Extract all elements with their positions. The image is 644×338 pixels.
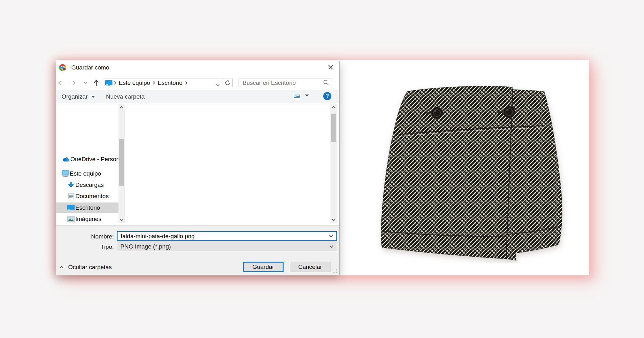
- scroll-down-button[interactable]: [330, 217, 337, 223]
- sidebar-item-imagenes[interactable]: Imágenes: [56, 214, 118, 224]
- scroll-up-button[interactable]: [330, 104, 337, 110]
- view-mode-dropdown-button[interactable]: [305, 95, 309, 97]
- chevron-down-icon: [84, 82, 88, 84]
- resize-grip[interactable]: [333, 269, 337, 273]
- filename-value: falda-mini-pata-de-gallo.png: [121, 233, 195, 240]
- hide-folders-button[interactable]: Ocultar carpetas: [59, 264, 112, 271]
- sidebar-item-label: Imágenes: [75, 216, 101, 223]
- save-button[interactable]: Guardar: [243, 262, 284, 272]
- file-list-scrollbar[interactable]: [330, 104, 337, 223]
- sidebar-item-label: Descargas: [75, 182, 104, 188]
- dialog-toolbar: Organizar Nueva carpeta ?: [56, 90, 339, 103]
- help-icon: ?: [326, 93, 329, 99]
- forward-button[interactable]: [68, 79, 76, 87]
- sidebar-item-onedrive[interactable]: OneDrive - Personal: [56, 154, 118, 164]
- close-button[interactable]: [324, 62, 337, 72]
- skirt-illustration: [369, 81, 575, 263]
- onedrive-cloud-icon: [62, 157, 70, 162]
- hide-folders-label: Ocultar carpetas: [68, 264, 112, 271]
- breadcrumb-separator-icon: [114, 81, 116, 85]
- downloads-arrow-icon: [67, 182, 75, 188]
- search-placeholder: Buscar en Escritorio: [243, 79, 323, 86]
- scroll-up-button[interactable]: [118, 104, 125, 110]
- organize-label: Organizar: [62, 93, 88, 100]
- scrollbar-thumb[interactable]: [119, 139, 124, 186]
- profile-avatar-icon: [63, 67, 66, 71]
- filename-input[interactable]: falda-mini-pata-de-gallo.png: [117, 231, 337, 241]
- view-mode-button[interactable]: [293, 93, 301, 99]
- back-button[interactable]: [58, 79, 65, 87]
- pictures-icon: [67, 216, 75, 222]
- dialog-titlebar[interactable]: Guardar como: [56, 61, 339, 77]
- sidebar-item-label: Escritorio: [75, 204, 100, 211]
- up-directory-button[interactable]: [92, 79, 100, 87]
- name-field-label: Nombre:: [79, 233, 114, 240]
- product-image-skirt: [369, 81, 575, 263]
- sidebar-item-este-equipo[interactable]: Este equipo: [56, 168, 118, 179]
- recent-locations-button[interactable]: [83, 79, 88, 87]
- breadcrumb-separator-icon: [185, 81, 188, 85]
- address-dropdown-button[interactable]: [216, 82, 220, 88]
- chrome-icon: [59, 64, 66, 71]
- desktop-icon: [67, 205, 75, 211]
- sidebar-item-descargas[interactable]: Descargas: [56, 180, 118, 190]
- sidebar-item-label: OneDrive - Personal: [70, 156, 118, 163]
- skirt-button-right: [503, 106, 515, 118]
- cancel-button[interactable]: Cancelar: [290, 262, 330, 272]
- screenshot-canvas: Guardar como: [0, 0, 644, 338]
- sidebar-item-escritorio[interactable]: Escritorio: [56, 202, 118, 213]
- filetype-select[interactable]: PNG Image (*.png): [117, 242, 337, 251]
- save-as-dialog: Guardar como: [56, 61, 340, 275]
- refresh-button[interactable]: [223, 79, 233, 87]
- skirt-silhouette: [381, 86, 562, 260]
- type-field-label: Tipo:: [79, 243, 114, 250]
- close-icon: [328, 64, 333, 70]
- sidebar-item-documentos[interactable]: Documentos: [56, 191, 118, 201]
- organize-menu-button[interactable]: Organizar: [62, 93, 95, 101]
- file-browser-area: OneDrive - Personal Este equipo: [56, 103, 339, 226]
- save-button-label: Guardar: [252, 264, 274, 270]
- thumbnail-view-icon: [294, 94, 300, 98]
- breadcrumb-item-este-equipo[interactable]: Este equipo: [118, 79, 151, 86]
- caret-down-icon: [91, 96, 95, 98]
- arrow-up-icon: [93, 79, 99, 86]
- scroll-down-button[interactable]: [118, 217, 125, 223]
- arrow-left-icon: [58, 80, 65, 85]
- chevron-down-icon[interactable]: [329, 235, 333, 238]
- dialog-footer: Nombre: falda-mini-pata-de-gallo.png Tip…: [56, 226, 339, 275]
- sidebar-item-label: Este equipo: [70, 170, 101, 177]
- chevron-up-icon: [59, 266, 64, 269]
- search-icon[interactable]: [323, 79, 329, 87]
- breadcrumb-item-escritorio[interactable]: Escritorio: [156, 79, 184, 86]
- sidebar-item-label: Documentos: [75, 193, 109, 200]
- help-button[interactable]: ?: [323, 92, 331, 100]
- documents-icon: [67, 192, 75, 200]
- desktop-location-icon: [105, 80, 113, 86]
- breadcrumb[interactable]: Este equipo Escritorio: [103, 79, 223, 87]
- breadcrumb-separator-icon: [153, 81, 155, 85]
- arrow-right-icon: [68, 80, 76, 85]
- scrollbar-thumb[interactable]: [331, 114, 336, 142]
- filetype-value: PNG Image (*.png): [120, 243, 171, 250]
- refresh-icon: [225, 80, 230, 86]
- new-folder-button[interactable]: Nueva carpeta: [106, 93, 145, 101]
- cancel-button-label: Cancelar: [298, 264, 322, 270]
- new-folder-label: Nueva carpeta: [106, 93, 145, 100]
- dialog-title: Guardar como: [71, 64, 109, 71]
- sidebar-scrollbar[interactable]: [118, 104, 125, 223]
- skirt-button-left: [431, 107, 443, 119]
- this-pc-icon: [61, 170, 70, 177]
- search-input[interactable]: Buscar en Escritorio: [239, 79, 332, 87]
- chevron-down-icon[interactable]: [329, 245, 334, 248]
